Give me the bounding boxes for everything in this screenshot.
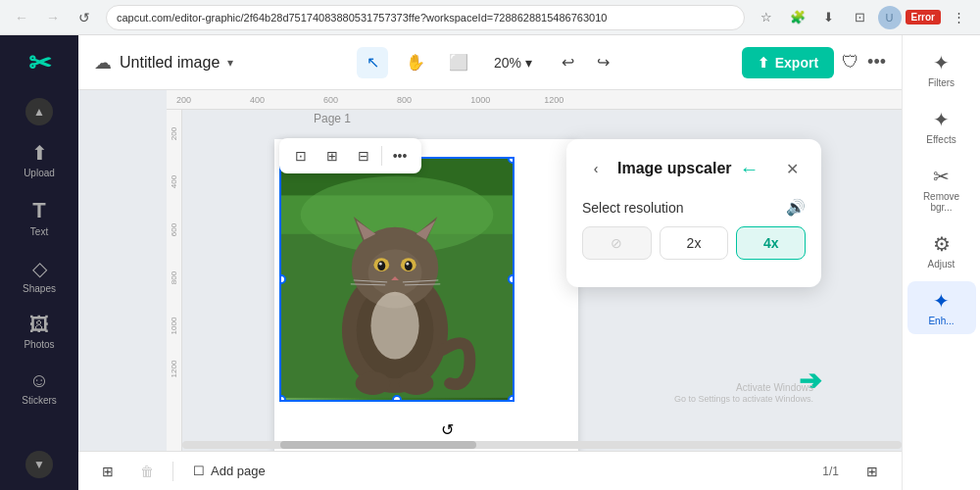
toolbar-divider	[381, 146, 382, 166]
ruler-mark-1200: 1200	[544, 95, 564, 105]
sidebar-photos-label: Photos	[24, 339, 54, 350]
handle-bot-left[interactable]	[279, 395, 286, 402]
url-text: capcut.com/editor-graphic/2f64b28d751740…	[117, 12, 607, 24]
ruler-left-200: 200	[170, 127, 178, 140]
upload-icon: ⬆	[31, 141, 48, 165]
resolution-off-icon: ⊘	[611, 235, 622, 251]
forward-nav-button[interactable]: →	[39, 4, 67, 31]
resolution-2x-button[interactable]: 2x	[660, 226, 729, 260]
compare-icon: 🔊	[786, 198, 806, 217]
handle-mid-right[interactable]	[508, 274, 514, 284]
right-tool-effects[interactable]: ✦ Effects	[907, 100, 976, 153]
upscaler-header-left: ‹ Image upscaler ←	[582, 155, 760, 182]
extensions-button[interactable]: 🧩	[784, 4, 811, 31]
right-tool-filters[interactable]: ✦ Filters	[907, 43, 976, 96]
resolution-off-button[interactable]: ⊘	[582, 226, 652, 260]
ruler-left-1200: 1200	[170, 361, 178, 378]
sidebar-text-label: Text	[30, 226, 48, 237]
back-nav-button[interactable]: ←	[8, 4, 35, 31]
reload-button[interactable]: ↺	[71, 4, 98, 31]
section-title: Select resolution	[582, 200, 684, 216]
logo-icon: ✂	[28, 47, 51, 79]
shapes-icon: ◇	[32, 257, 47, 280]
svg-point-14	[377, 261, 385, 270]
error-badge: Error	[906, 10, 941, 24]
document-title: Untitled image	[120, 54, 220, 72]
sidebar-item-stickers[interactable]: ☺ Stickers	[8, 362, 71, 414]
shield-icon[interactable]: 🛡	[842, 52, 859, 73]
canvas-area[interactable]: 200 400 600 800 1000 1200 200 400 600 80…	[78, 90, 902, 451]
right-tool-adjust[interactable]: ⚙ Adjust	[907, 224, 976, 277]
delete-button: 🗑	[133, 458, 161, 485]
top-toolbar: ☁ Untitled image ▾ ↖ ✋ ⬜ 20% ▾ ↩ ↪ ⬆	[78, 35, 902, 90]
grid-view-button[interactable]: ⊞	[858, 458, 886, 485]
sidebar-collapse-down[interactable]: ▼	[25, 451, 53, 478]
handle-bot-mid[interactable]	[392, 395, 402, 402]
remove-bg-label: Removebgr...	[923, 191, 959, 213]
enhance-label: Enh...	[928, 316, 954, 326]
export-icon: ⬆	[758, 55, 769, 71]
stickers-icon: ☺	[29, 369, 49, 392]
svg-point-25	[370, 292, 418, 360]
download-button[interactable]: ⬇	[815, 4, 843, 31]
ruler-mark-600: 600	[323, 95, 338, 105]
handle-top-right[interactable]	[508, 157, 514, 164]
right-sidebar: ✦ Filters ✦ Effects ✂ Removebgr... ⚙ Adj…	[902, 35, 980, 490]
undo-redo-group: ↩ ↪	[552, 47, 618, 78]
photos-icon: 🖼	[29, 314, 49, 336]
add-page-button[interactable]: ☐ Add page	[185, 460, 273, 482]
sidebar-item-photos[interactable]: 🖼 Photos	[8, 306, 71, 358]
right-tool-remove-bg[interactable]: ✂ Removebgr...	[907, 157, 976, 220]
svg-point-15	[405, 261, 413, 270]
upscaler-section: Select resolution 🔊 ⊘ 2x 4x	[582, 198, 806, 260]
scrollbar-thumb[interactable]	[280, 441, 476, 449]
title-dropdown-icon[interactable]: ▾	[227, 56, 233, 70]
hand-tool-button[interactable]: ✋	[400, 47, 431, 78]
export-button[interactable]: ⬆ Export	[742, 47, 834, 78]
svg-point-11	[368, 249, 422, 295]
ruler-left-1000: 1000	[170, 318, 178, 335]
image-element[interactable]	[279, 157, 514, 402]
handle-bot-right[interactable]	[508, 395, 514, 402]
horizontal-scrollbar[interactable]	[182, 441, 902, 449]
refresh-icon[interactable]: ↺	[441, 420, 454, 439]
flip-tool-button[interactable]: ⊟	[350, 142, 377, 170]
ruler-left-800: 800	[170, 271, 178, 284]
adjust-label: Adjust	[928, 259, 956, 270]
select-tool-button[interactable]: ↖	[357, 47, 388, 78]
frame-tool-button[interactable]: ⬜	[443, 47, 474, 78]
floating-toolbar: ⊡ ⊞ ⊟ •••	[279, 138, 421, 173]
redo-button[interactable]: ↪	[587, 47, 618, 78]
right-tool-enhance[interactable]: ✦ Enh...	[907, 281, 976, 334]
menu-button[interactable]: ⋮	[945, 4, 972, 31]
enhance-icon: ✦	[933, 289, 950, 313]
upscaler-close-button[interactable]: ✕	[778, 155, 806, 182]
grid-tool-button[interactable]: ⊞	[318, 142, 346, 170]
svg-point-16	[379, 263, 382, 266]
ruler-mark-400: 400	[250, 95, 265, 105]
profile-button[interactable]: ⊡	[847, 4, 874, 31]
upscaler-back-button[interactable]: ‹	[582, 155, 610, 182]
filters-label: Filters	[928, 77, 955, 88]
undo-button[interactable]: ↩	[552, 47, 583, 78]
add-to-timeline-button[interactable]: ⊞	[94, 458, 122, 485]
more-options-icon[interactable]: •••	[867, 52, 886, 73]
crop-tool-button[interactable]: ⊡	[287, 142, 315, 170]
ruler-mark-800: 800	[397, 95, 412, 105]
image-upscaler-panel: ‹ Image upscaler ← ✕ Select resolution 🔊…	[566, 139, 821, 287]
bookmark-button[interactable]: ☆	[753, 4, 780, 31]
resolution-4x-button[interactable]: 4x	[736, 226, 806, 260]
sidebar-collapse-up[interactable]: ▲	[25, 98, 53, 125]
ruler-mark-200: 200	[176, 95, 191, 105]
bottom-bar: ⊞ 🗑 ☐ Add page 1/1 ⊞	[78, 451, 902, 490]
avatar: U	[878, 6, 902, 29]
zoom-control[interactable]: 20% ▾	[486, 51, 540, 74]
sidebar-item-shapes[interactable]: ◇ Shapes	[8, 249, 71, 302]
sidebar-item-text[interactable]: T Text	[8, 190, 71, 245]
svg-point-23	[356, 371, 390, 395]
sidebar-item-upload[interactable]: ⬆ Upload	[8, 133, 71, 186]
more-float-button[interactable]: •••	[386, 142, 414, 170]
address-bar[interactable]: capcut.com/editor-graphic/2f64b28d751740…	[106, 5, 745, 30]
sidebar-upload-label: Upload	[24, 168, 55, 178]
page-count: 1/1	[822, 465, 839, 478]
